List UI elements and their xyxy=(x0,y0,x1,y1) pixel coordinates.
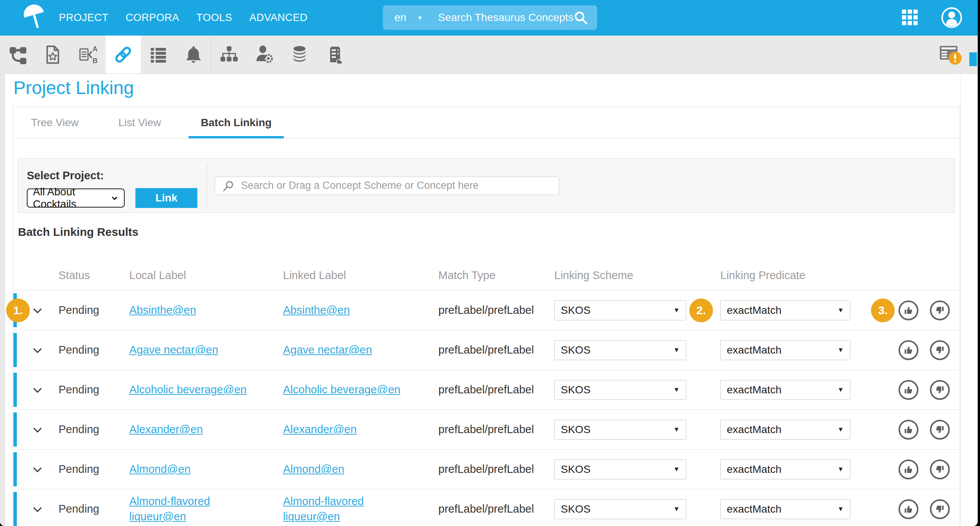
linking-scheme-select[interactable]: SKOS ▼ xyxy=(554,380,686,400)
match-type-cell: prefLabel/prefLabel xyxy=(438,304,554,317)
linked-label-link[interactable]: Almond-flavored liqueur@en xyxy=(283,494,415,524)
expand-chevron-icon[interactable] xyxy=(31,304,44,317)
tab-tree-view[interactable]: Tree View xyxy=(19,107,91,138)
results-table-header: Status Local Label Linked Label Match Ty… xyxy=(13,240,960,291)
linked-label-link[interactable]: Alcoholic beverage@en xyxy=(283,382,400,397)
list-icon[interactable] xyxy=(141,36,176,73)
reject-thumbs-down-button[interactable] xyxy=(930,459,950,479)
expand-chevron-icon[interactable] xyxy=(31,463,44,476)
linked-label-link[interactable]: Absinthe@en xyxy=(283,303,350,318)
reject-thumbs-down-button[interactable] xyxy=(930,499,950,519)
approve-thumbs-up-button[interactable] xyxy=(899,420,918,440)
database-icon[interactable] xyxy=(282,36,317,73)
expand-chevron-icon[interactable] xyxy=(31,383,44,396)
reject-thumbs-down-button[interactable] xyxy=(930,300,950,320)
user-admin-icon[interactable] xyxy=(247,36,282,73)
chevron-down-icon: ▼ xyxy=(673,386,680,394)
menu-tools[interactable]: TOOLS xyxy=(197,12,233,24)
document-classify-ab-icon[interactable]: A B xyxy=(70,36,106,73)
chevron-down-icon: ▼ xyxy=(673,426,680,433)
linking-scheme-select[interactable]: SKOS ▼ xyxy=(554,300,686,320)
project-select[interactable]: All About Cocktails xyxy=(27,188,125,208)
menu-advanced[interactable]: ADVANCED xyxy=(249,12,308,24)
table-row: 1. 2. 3. Pending Absinthe@en Absinthe@en… xyxy=(13,291,960,330)
linking-predicate-select[interactable]: exactMatch ▼ xyxy=(720,420,850,440)
local-label-link[interactable]: Absinthe@en xyxy=(129,303,196,318)
match-type-cell: prefLabel/prefLabel xyxy=(438,423,554,436)
toolbar-spacer xyxy=(352,36,933,73)
linking-predicate-select[interactable]: exactMatch ▼ xyxy=(720,380,850,400)
match-type-cell: prefLabel/prefLabel xyxy=(438,383,554,396)
local-label-link[interactable]: Alcoholic beverage@en xyxy=(129,382,247,397)
local-label-link[interactable]: Agave nectar@en xyxy=(129,343,218,357)
menu-corpora[interactable]: CORPORA xyxy=(126,12,179,24)
row-accent-bar xyxy=(13,452,17,486)
approve-thumbs-up-button[interactable] xyxy=(899,340,918,360)
results-heading: Batch Linking Results xyxy=(18,224,960,240)
linking-scheme-select[interactable]: SKOS ▼ xyxy=(554,340,686,360)
project-linking-icon[interactable] xyxy=(106,36,141,73)
link-button[interactable]: Link xyxy=(135,188,197,208)
approve-thumbs-up-button[interactable] xyxy=(899,499,918,519)
local-label-link[interactable]: Almond-flavored liqueur@en xyxy=(129,494,261,524)
expand-chevron-icon[interactable] xyxy=(31,344,44,357)
user-avatar-button[interactable] xyxy=(941,7,962,28)
poolparty-logo[interactable] xyxy=(22,3,49,33)
sitemap-icon[interactable] xyxy=(212,36,247,73)
linking-scheme-select[interactable]: SKOS ▼ xyxy=(554,499,686,519)
search-icon[interactable] xyxy=(573,10,588,25)
thesaurus-search-bar[interactable]: en ▼ Search Thesaurus Concepts xyxy=(383,5,597,30)
chevron-down-icon: ▼ xyxy=(837,386,844,394)
project-linking-card: Tree View List View Batch Linking Select… xyxy=(13,107,960,526)
header-linked-label: Linked Label xyxy=(283,269,438,282)
linked-label-link[interactable]: Alexander@en xyxy=(283,422,357,437)
report-warning-icon[interactable] xyxy=(933,36,969,73)
approve-thumbs-up-button[interactable] xyxy=(899,459,918,479)
reject-thumbs-down-button[interactable] xyxy=(930,420,950,440)
notifications-bell-icon[interactable] xyxy=(176,36,211,73)
linking-predicate-value: exactMatch xyxy=(727,304,781,317)
approve-thumbs-up-button[interactable] xyxy=(899,380,918,400)
reject-thumbs-down-button[interactable] xyxy=(930,340,950,360)
status-cell: Pending xyxy=(59,463,129,476)
chevron-down-icon: ▼ xyxy=(837,307,844,314)
linking-predicate-value: exactMatch xyxy=(727,344,781,356)
scrollbar-thumb[interactable] xyxy=(969,52,977,66)
linking-scheme-select[interactable]: SKOS ▼ xyxy=(554,459,686,479)
expand-chevron-icon[interactable] xyxy=(31,423,44,436)
concept-tree-icon[interactable] xyxy=(0,36,35,73)
chevron-down-icon xyxy=(111,193,119,203)
linked-label-link[interactable]: Agave nectar@en xyxy=(283,343,372,357)
concept-search-input[interactable] xyxy=(215,177,559,195)
tab-batch-linking[interactable]: Batch Linking xyxy=(189,107,284,138)
table-row: Pending Alcoholic beverage@en Alcoholic … xyxy=(13,370,960,410)
chevron-down-icon: ▼ xyxy=(417,15,423,21)
local-label-link[interactable]: Almond@en xyxy=(129,462,190,477)
header-match-type: Match Type xyxy=(438,269,554,282)
search-language-select[interactable]: en xyxy=(394,11,406,24)
apps-grid-button[interactable] xyxy=(902,10,918,26)
reject-thumbs-down-button[interactable] xyxy=(930,380,950,400)
linking-predicate-select[interactable]: exactMatch ▼ xyxy=(720,300,850,320)
annotation-badge-3: 3. xyxy=(871,299,895,322)
repository-server-icon[interactable] xyxy=(317,36,352,73)
linking-predicate-select[interactable]: exactMatch ▼ xyxy=(720,499,850,519)
row-accent-bar xyxy=(13,412,17,446)
linking-predicate-select[interactable]: exactMatch ▼ xyxy=(720,459,850,479)
linked-label-link[interactable]: Almond@en xyxy=(283,462,344,477)
linking-scheme-value: SKOS xyxy=(561,384,591,396)
local-label-link[interactable]: Alexander@en xyxy=(129,422,203,437)
chevron-down-icon: ▼ xyxy=(837,505,844,513)
linking-predicate-select[interactable]: exactMatch ▼ xyxy=(720,340,850,360)
document-star-icon[interactable] xyxy=(35,36,70,73)
linking-scheme-value: SKOS xyxy=(561,424,591,436)
header-linking-predicate: Linking Predicate xyxy=(720,269,878,282)
linking-scheme-select[interactable]: SKOS ▼ xyxy=(554,420,686,440)
approve-thumbs-up-button[interactable] xyxy=(899,300,918,320)
scrollbar-track[interactable] xyxy=(960,74,978,526)
menu-project[interactable]: PROJECT xyxy=(59,12,109,24)
search-placeholder: Search Thesaurus Concepts xyxy=(438,11,573,24)
expand-chevron-icon[interactable] xyxy=(31,503,44,516)
tab-list-view[interactable]: List View xyxy=(106,107,174,138)
row-accent-bar xyxy=(13,492,17,526)
